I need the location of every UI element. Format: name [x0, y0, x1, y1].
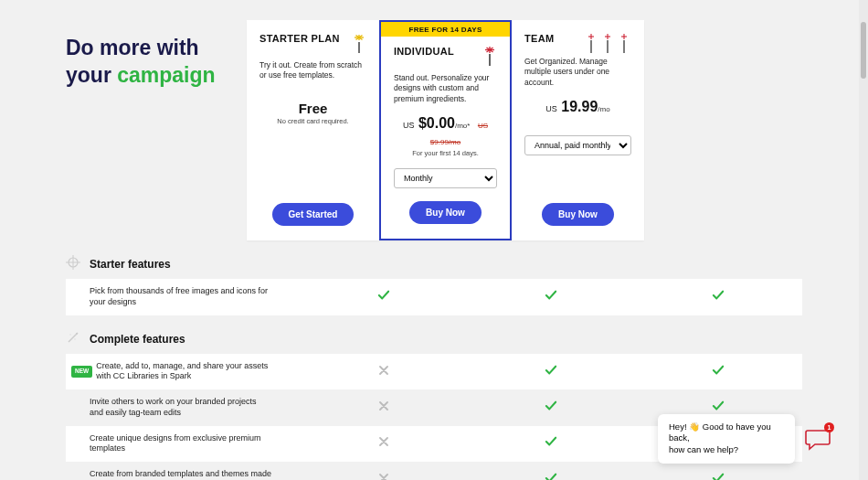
check-icon — [545, 440, 557, 449]
plan-cards: STARTER PLAN Try it out. Create from scr… — [247, 20, 802, 240]
feature-cell-starter — [300, 401, 467, 414]
chat-widget: Hey! 👋 Good to have you back, how can we… — [658, 414, 831, 464]
check-icon — [545, 476, 557, 480]
billing-period-select-individual[interactable]: Monthly — [394, 168, 497, 188]
feature-row: Create from branded templates and themes… — [66, 462, 802, 480]
plan-team-price: US 19.99/mo — [524, 99, 631, 115]
feature-cell-individual — [467, 436, 634, 451]
section-title-complete: Complete features — [90, 333, 185, 346]
feature-cell-team — [635, 473, 802, 480]
feature-cell-individual — [467, 400, 634, 415]
svg-point-25 — [74, 338, 75, 339]
feature-cell-individual — [467, 365, 634, 379]
plan-team-title: TEAM — [524, 33, 554, 44]
firework-icon — [482, 46, 497, 69]
check-icon — [712, 293, 725, 303]
plan-individual-title: INDIVIDUAL — [394, 46, 454, 57]
check-icon — [712, 476, 725, 480]
plan-individual-desc: Stand out. Personalize your designs with… — [394, 73, 497, 104]
feature-cell-team — [635, 400, 802, 415]
chat-launcher-icon[interactable]: 1 — [804, 425, 831, 453]
feature-label: Invite others to work on your branded pr… — [90, 397, 272, 418]
section-head-complete: Complete features — [66, 330, 802, 348]
headline-line1: Do more with — [66, 36, 199, 59]
check-icon — [545, 404, 557, 413]
billing-period-select-team[interactable]: Annual, paid monthly — [524, 135, 631, 155]
feature-label: Create from branded templates and themes… — [90, 469, 272, 480]
cross-icon — [379, 439, 388, 448]
feature-cell-starter — [300, 474, 467, 480]
scrollbar-thumb[interactable] — [861, 22, 866, 79]
plan-starter: STARTER PLAN Try it out. Create from scr… — [247, 20, 379, 240]
feature-cell-individual — [467, 473, 634, 480]
plan-starter-price: Free — [259, 101, 366, 116]
feature-label: Create unique designs from exclusive pre… — [90, 433, 272, 454]
headline-line2a: your — [66, 63, 117, 87]
check-icon — [545, 368, 557, 378]
feature-cell-starter — [300, 290, 467, 304]
feature-cell-starter — [300, 437, 467, 450]
feature-cell-team — [635, 290, 802, 304]
section-head-starter: Starter features — [66, 255, 802, 273]
check-icon — [377, 293, 390, 303]
feature-label: Pick from thousands of free images and i… — [90, 286, 272, 307]
wand-icon — [66, 330, 80, 348]
plan-starter-title: STARTER PLAN — [259, 33, 340, 44]
get-started-button[interactable]: Get Started — [272, 203, 355, 226]
buy-now-button-team[interactable]: Buy Now — [542, 203, 614, 226]
check-icon — [712, 404, 725, 413]
chat-message[interactable]: Hey! 👋 Good to have you back, how can we… — [658, 414, 795, 464]
plan-individual: FREE FOR 14 DAYS INDIVIDUAL Stand out. P… — [379, 20, 512, 240]
free-trial-badge: FREE FOR 14 DAYS — [381, 22, 510, 37]
feature-cell-individual — [467, 290, 634, 304]
cross-icon — [379, 368, 388, 377]
svg-point-23 — [76, 333, 78, 335]
plan-team-desc: Get Organized. Manage multiple users und… — [524, 57, 631, 88]
chat-unread-badge: 1 — [824, 422, 834, 432]
headline-accent: campaign — [117, 63, 215, 87]
plan-individual-fine: For your first 14 days. — [394, 149, 497, 157]
feature-row: Pick from thousands of free images and i… — [66, 279, 802, 315]
plan-individual-price: US $0.00/mo* US $9.99/mo — [394, 115, 497, 148]
feature-cell-starter — [300, 366, 467, 379]
cross-icon — [379, 475, 388, 480]
buy-now-button-individual[interactable]: Buy Now — [409, 201, 482, 224]
cross-icon — [379, 403, 388, 412]
plan-starter-fine: No credit card required. — [259, 117, 366, 125]
fireworks-multi-icon — [584, 33, 631, 53]
new-badge: NEW — [71, 366, 92, 377]
section-title-starter: Starter features — [90, 258, 171, 271]
plan-team: TEAM Get Organized. Manage multiple user… — [512, 20, 644, 240]
feature-cell-team — [635, 365, 802, 379]
sparkler-icon — [352, 33, 366, 57]
plan-starter-desc: Try it out. Create from scratch or use f… — [259, 60, 366, 84]
feature-row: NEWCreate, add to, manage, and share you… — [66, 354, 802, 389]
svg-point-24 — [69, 334, 70, 335]
headline: Do more with your campaign — [66, 20, 247, 90]
scrollbar[interactable] — [859, 0, 868, 480]
check-icon — [712, 368, 725, 378]
feature-label: Create, add to, manage, and share your a… — [96, 361, 272, 382]
check-icon — [545, 293, 557, 303]
crosshair-icon — [66, 255, 80, 273]
